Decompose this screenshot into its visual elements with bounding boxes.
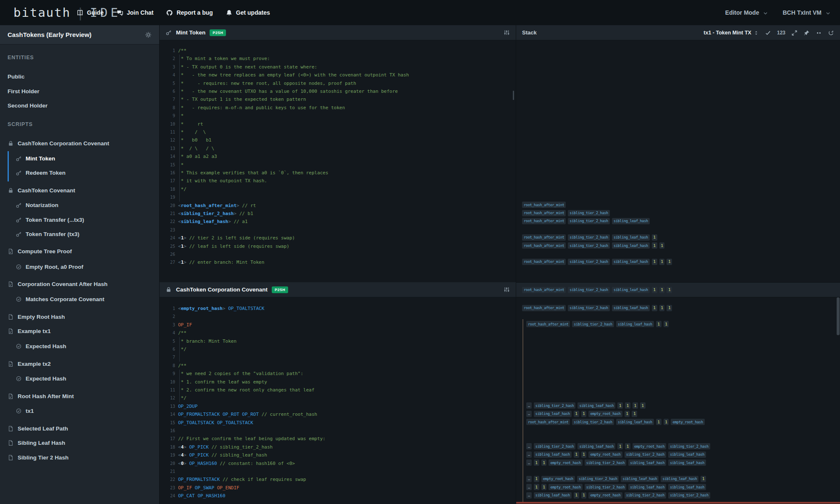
code-editor-mint-token[interactable]: 1/**2 * To mint a token we must prove:3 …	[160, 40, 516, 282]
line-number: 4	[160, 71, 175, 79]
stack-item: root_hash_after_mint	[522, 234, 566, 241]
code-line: 17 * it with the outpoint TX hash.	[160, 177, 516, 185]
code-line: 7 * - TX output 1 is the expected token …	[160, 95, 516, 104]
sidebar-item-expected-hash[interactable]: Expected Hash	[16, 341, 66, 351]
menu-item-report-a-bug[interactable]: Report a bug	[166, 9, 213, 16]
sidebar-item-empty-root-a0-proof[interactable]: Empty Root, a0 Proof	[16, 262, 83, 271]
code-text: * - requires: m-of-n and public keys to …	[178, 104, 345, 112]
stack-item: 1	[664, 321, 669, 327]
stack-item: sibling_tier_2_hash	[585, 484, 627, 490]
code-line: 14OP_FROMALTSTACK OP_ROT OP_ROT // curre…	[160, 410, 516, 419]
sidebar-item-root-hash-after-mint[interactable]: Root Hash After Mint	[8, 391, 74, 401]
stack-item: 1	[534, 459, 539, 466]
stack-item: 1	[664, 419, 669, 425]
code-text: <1> // enter branch: Mint Token	[178, 258, 264, 267]
stack-item: sibling_leaf_hash	[578, 443, 615, 449]
stack-item: sibling_leaf_hash	[628, 484, 666, 490]
sidebar-item-label: Empty Root, a0 Proof	[26, 264, 83, 270]
code-line: 4 * - the new tree replaces an empty lea…	[160, 71, 516, 79]
menu-item-join-chat[interactable]: Join Chat	[116, 9, 154, 16]
tx-selector[interactable]: tx1 - Token Mint TX	[704, 30, 759, 36]
stack-state-row: …sibling_tier_2_hashsibling_leaf_hash11e…	[526, 442, 710, 451]
stack-item: 1	[632, 411, 637, 417]
code-text: * 1. confirm the leaf was empty	[178, 378, 267, 386]
menu-item-guide[interactable]: Guide	[76, 9, 104, 16]
line-number: 2	[160, 312, 175, 321]
line-number: 25	[160, 242, 175, 251]
top-menu: GuideJoin ChatReport a bugGet updates	[76, 0, 270, 25]
editor-scrollbar-mark[interactable]	[513, 91, 514, 100]
code-text: */	[178, 345, 186, 354]
stack-item: empty_root_hash	[541, 476, 575, 482]
sidebar-item-matches-corporate-covenant[interactable]: Matches Corporate Covenant	[16, 294, 105, 304]
stack-item: …	[526, 411, 532, 417]
script-type-badge: P2SH	[272, 286, 288, 293]
code-line: 6 * - the new covenant UTXO has a value …	[160, 87, 516, 96]
code-line: 2 * To mint a token we must prove:	[160, 55, 516, 63]
dropdown-label: BCH TxInt VM	[782, 9, 822, 16]
code-text: OP_2DUP	[178, 402, 197, 411]
stack-item: root_hash_after_mint	[522, 210, 566, 216]
sidebar-item-cashtoken-covenant[interactable]: CashToken Covenant	[8, 186, 75, 195]
stack-state-row: root_hash_after_mintsibling_tier_2_hashs…	[522, 257, 672, 266]
bell-icon	[226, 9, 233, 16]
stack-item: 1	[659, 259, 665, 265]
gear-icon[interactable]	[145, 32, 152, 38]
sidebar-item-token-transfer-tx3[interactable]: Token Transfer (tx3)	[16, 229, 79, 239]
chevron-down-icon	[825, 10, 831, 16]
sliders-icon[interactable]	[504, 29, 510, 36]
sidebar-item-example-tx2[interactable]: Example tx2	[8, 359, 51, 368]
code-text: * we need 2 copies of the "validation pa…	[178, 370, 303, 378]
line-number: 11	[160, 386, 175, 394]
code-text: * - the new covenant UTXO has a value of…	[178, 87, 398, 96]
sidebar-item-sibling-leaf-hash[interactable]: Sibling Leaf Hash	[8, 438, 65, 447]
stack-scrollbar-thumb[interactable]	[837, 297, 840, 335]
numeric-values-toggle[interactable]: 123	[777, 30, 785, 36]
stack-item: sibling_leaf_hash	[534, 492, 572, 499]
stack-item: sibling_leaf_hash	[616, 419, 654, 425]
sidebar-item-tx1[interactable]: tx1	[16, 406, 34, 415]
code-line: 9 * we need 2 copies of the "validation …	[160, 370, 516, 378]
reset-icon[interactable]	[828, 30, 834, 36]
sidebar-item-redeem-token[interactable]: Redeem Token	[16, 168, 66, 177]
stack-item: 1	[625, 443, 630, 449]
stack-item: 1	[652, 287, 657, 293]
code-line: 25<1> // leaf is left side (requires swa…	[160, 242, 516, 251]
sliders-icon[interactable]	[504, 286, 510, 293]
code-line: 22<sibling_leaf_hash> // a1	[160, 218, 516, 226]
sidebar-item-token-transfer-tx3[interactable]: Token Transfer (...tx3)	[16, 215, 84, 224]
sidebar-item-corporation-covenant-after-hash[interactable]: Corporation Covenant After Hash	[8, 279, 108, 289]
sidebar-item-empty-root-hash[interactable]: Empty Root Hash	[8, 312, 65, 321]
stack-item: root_hash_after_mint	[526, 419, 570, 425]
sidebar-item-label: Selected Leaf Path	[18, 425, 68, 432]
stack-state-row: root_hash_after_mintsibling_tier_2_hashs…	[522, 304, 672, 312]
expand-icon[interactable]	[791, 30, 798, 36]
stack-item: sibling_tier_2_hash	[572, 321, 614, 327]
sidebar-item-compute-tree-proof[interactable]: Compute Tree Proof	[8, 247, 72, 256]
sidebar-item-notarization[interactable]: Notarization	[16, 200, 58, 210]
sidebar-item-example-tx1[interactable]: Example tx1	[8, 326, 51, 336]
dropdown-editor-mode[interactable]: Editor Mode	[725, 9, 769, 16]
sidebar-item-label: Expected Hash	[26, 375, 66, 382]
stack-item: sibling_tier_2_hash	[534, 402, 576, 409]
line-number: 19	[160, 451, 175, 459]
menu-item-get-updates[interactable]: Get updates	[226, 9, 270, 16]
code-text: * 2. confirm the new root only changes t…	[178, 386, 315, 394]
sidebar-item-selected-leaf-path[interactable]: Selected Leaf Path	[8, 424, 68, 433]
code-line: 18 */	[160, 185, 516, 194]
sidebar-item-sibling-tier-2-hash[interactable]: Sibling Tier 2 Hash	[8, 453, 68, 462]
sidebar-item-expected-hash[interactable]: Expected Hash	[16, 374, 66, 383]
sidebar-item-mint-token[interactable]: Mint Token	[16, 154, 55, 163]
sidebar-item-public[interactable]: Public	[8, 72, 25, 81]
code-text: * - TX output 0 is the next covenant sta…	[178, 63, 317, 71]
sidebar-item-first-holder[interactable]: First Holder	[8, 87, 39, 96]
dropdown-bch-txint-vm[interactable]: BCH TxInt VM	[782, 9, 831, 16]
pin-icon[interactable]	[803, 30, 810, 36]
sidebar-item-second-holder[interactable]: Second Holder	[8, 101, 47, 110]
code-line: 10 * rt	[160, 120, 516, 129]
code-editor-cashtoken-corporation-covenant[interactable]: 1<empty_root_hash> OP_TOALTSTACK23OP_IF4…	[160, 297, 516, 504]
code-text: <root_hash_after_mint> // rt	[178, 202, 256, 210]
verify-check-icon[interactable]	[765, 30, 771, 36]
sidebar-item-cashtoken-corporation-covenant[interactable]: CashToken Corporation Covenant	[8, 139, 109, 148]
more-options-icon[interactable]	[816, 30, 822, 36]
